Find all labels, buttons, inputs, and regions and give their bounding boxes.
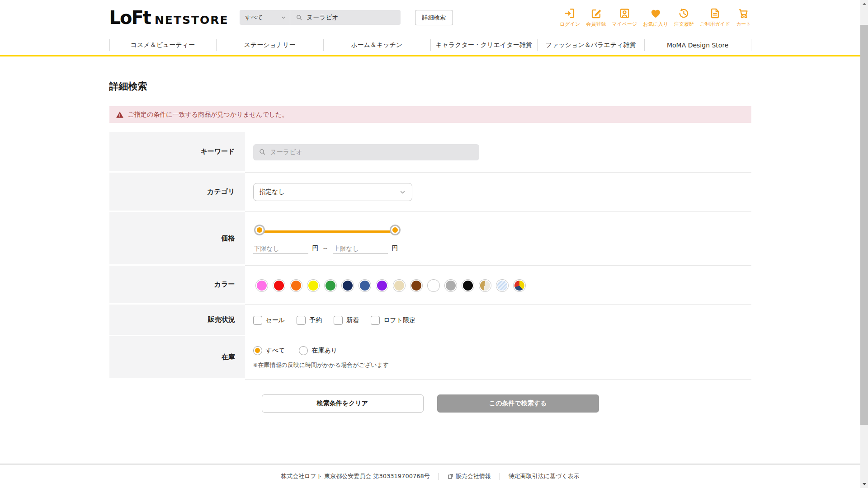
detail-search-button[interactable]: 詳細検索 — [415, 10, 453, 25]
register-link[interactable]: 会員登録 — [586, 7, 606, 28]
form-row-price: 価格 円 ～ 円 — [109, 212, 751, 266]
color-swatch-yellow[interactable] — [308, 281, 318, 291]
chevron-down-icon — [399, 189, 406, 196]
footer-link-company-info[interactable]: 販売会社情報 — [448, 472, 491, 480]
quick-link-label: 注文履歴 — [674, 21, 694, 28]
clear-conditions-button[interactable]: 検索条件をクリア — [262, 394, 424, 413]
scrollbar-down-arrow[interactable] — [860, 480, 868, 488]
mypage-icon — [618, 7, 631, 19]
price-tilde: ～ — [322, 244, 329, 253]
header-search-input[interactable]: ヌーラビオ — [290, 14, 401, 22]
color-swatch-black[interactable] — [463, 281, 473, 291]
keyword-label: キーワード — [109, 132, 245, 173]
color-swatch-multicolor[interactable] — [514, 281, 524, 291]
nav-item-stationery[interactable]: ステーショナリー — [216, 35, 323, 55]
color-swatch-white[interactable] — [429, 281, 439, 291]
mypage-link[interactable]: マイページ — [612, 7, 637, 28]
form-row-category: カテゴリ 指定なし — [109, 173, 751, 212]
quick-link-label: カート — [736, 21, 751, 28]
header-search-bar: すべて ヌーラビオ — [240, 10, 401, 25]
form-row-stock: 在庫 すべて 在庫あり ※在庫情報の反映に時間がかかる場合がございます — [109, 336, 751, 380]
nav-item-character[interactable]: キャラクター・クリエイター雑貨 — [430, 35, 538, 55]
page-title: 詳細検索 — [109, 80, 751, 93]
nav-item-cosme[interactable]: コスメ＆ビューティー — [109, 35, 217, 55]
checkbox-reservation[interactable]: 予約 — [297, 316, 322, 325]
color-swatch-gold[interactable] — [480, 281, 490, 291]
price-slider-handle-min[interactable] — [255, 226, 264, 234]
checkbox-sale[interactable]: セール — [253, 316, 285, 325]
quick-link-label: ご利用ガイド — [700, 21, 730, 28]
nav-item-fashion[interactable]: ファッション＆バラエティ雑貨 — [537, 35, 644, 55]
radio-stock-all[interactable]: すべて — [253, 346, 285, 355]
color-swatch-pink[interactable] — [257, 281, 267, 291]
color-swatch-green[interactable] — [326, 281, 335, 291]
guide-link[interactable]: ご利用ガイド — [700, 7, 730, 28]
login-icon — [564, 7, 576, 19]
site-footer: 株式会社ロフト 東京都公安委員会 第303319700768号 販売会社情報 特… — [0, 464, 860, 480]
sales-status-label: 販売状況 — [109, 305, 245, 336]
quick-link-label: お気に入り — [643, 21, 668, 28]
logo-netstore-text: NETSTORE — [155, 14, 229, 27]
search-scope-value: すべて — [245, 14, 263, 22]
price-max-input[interactable] — [333, 244, 388, 254]
color-swatch-brown[interactable] — [411, 281, 421, 291]
checkbox-new-arrival[interactable]: 新着 — [334, 316, 359, 325]
search-scope-select[interactable]: すべて — [240, 10, 290, 25]
loft-logo[interactable]: LoFt NETSTORE — [109, 7, 229, 28]
color-swatch-gray[interactable] — [446, 281, 456, 291]
category-selected-value: 指定なし — [259, 188, 285, 196]
color-swatch-beige[interactable] — [394, 281, 404, 291]
favorites-link[interactable]: お気に入り — [643, 7, 668, 28]
search-icon — [259, 148, 266, 156]
order-history-link[interactable]: 注文履歴 — [674, 7, 694, 28]
cart-link[interactable]: カート — [736, 7, 751, 28]
checkbox-box — [371, 316, 380, 325]
form-row-color: カラー — [109, 266, 751, 305]
checkbox-box — [253, 316, 262, 325]
color-label: カラー — [109, 266, 245, 305]
register-icon — [590, 7, 602, 19]
price-unit-label: 円 — [312, 244, 319, 253]
scrollbar-up-arrow[interactable] — [860, 0, 868, 8]
category-label: カテゴリ — [109, 173, 245, 212]
quick-link-label: マイページ — [612, 21, 637, 28]
category-nav: コスメ＆ビューティー ステーショナリー ホーム＆キッチン キャラクター・クリエイ… — [0, 35, 860, 56]
color-swatch-orange[interactable] — [291, 281, 301, 291]
keyword-input[interactable]: ヌーラビオ — [253, 144, 479, 160]
error-message: ご指定の条件に一致する商品が見つかりませんでした。 — [128, 111, 288, 119]
login-link[interactable]: ログイン — [560, 7, 580, 28]
stock-note: ※在庫情報の反映に時間がかかる場合がございます — [253, 361, 751, 369]
price-unit-label: 円 — [392, 244, 398, 253]
color-swatch-red[interactable] — [274, 281, 284, 291]
color-swatch-navy[interactable] — [343, 281, 353, 291]
error-alert: ご指定の条件に一致する商品が見つかりませんでした。 — [109, 106, 751, 123]
price-label: 価格 — [109, 212, 245, 266]
radio-circle — [253, 346, 262, 355]
page: LoFt NETSTORE すべて ヌーラビオ 詳細検索 — [0, 0, 860, 488]
nav-item-home-kitchen[interactable]: ホーム＆キッチン — [323, 35, 430, 55]
color-swatch-list — [253, 280, 751, 291]
header-search-value: ヌーラビオ — [307, 14, 339, 22]
quick-link-label: ログイン — [560, 21, 580, 28]
nav-item-moma[interactable]: MoMA Design Store — [644, 35, 751, 55]
checkbox-loft-limited[interactable]: ロフト限定 — [371, 316, 415, 325]
form-row-keyword: キーワード ヌーラビオ — [109, 132, 751, 173]
stock-label: 在庫 — [109, 336, 245, 380]
color-swatch-clear[interactable] — [497, 281, 507, 291]
price-min-input[interactable] — [253, 244, 308, 254]
search-icon — [296, 14, 303, 21]
color-swatch-blue[interactable] — [360, 281, 370, 291]
radio-stock-available[interactable]: 在庫あり — [299, 346, 337, 355]
price-slider-track[interactable] — [259, 230, 395, 233]
footer-link-tokutei[interactable]: 特定商取引法に基づく表示 — [509, 472, 580, 480]
footer-company-text: 株式会社ロフト 東京都公安委員会 第303319700768号 — [281, 472, 429, 480]
external-link-icon — [448, 474, 453, 479]
search-submit-button[interactable]: この条件で検索する — [437, 394, 599, 413]
category-select[interactable]: 指定なし — [253, 183, 412, 201]
form-row-sales-status: 販売状況 セール 予約 新着 — [109, 305, 751, 336]
header-quick-links: ログイン 会員登録 マイページ — [560, 7, 751, 28]
price-slider-handle-max[interactable] — [391, 226, 399, 234]
color-swatch-purple[interactable] — [377, 281, 387, 291]
scrollbar-thumb[interactable] — [860, 25, 868, 425]
guide-icon — [709, 7, 721, 19]
